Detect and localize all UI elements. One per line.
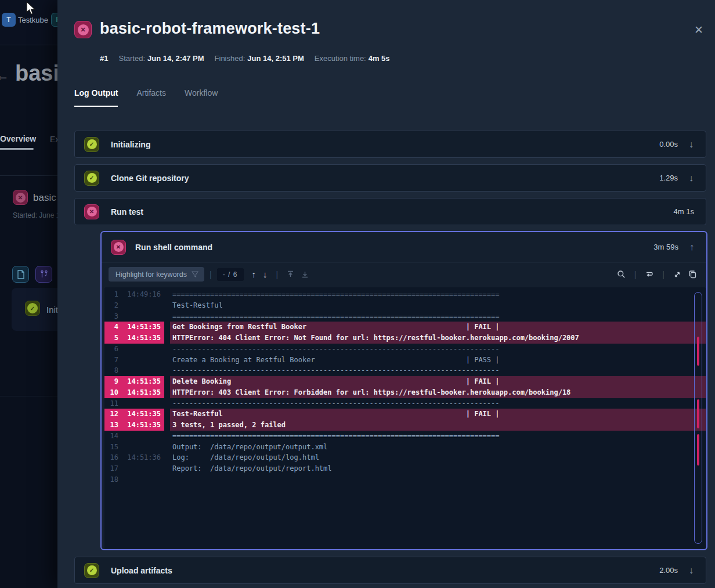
log-line: 18	[104, 474, 706, 485]
chevron-down-icon[interactable]: ↓	[686, 565, 696, 576]
cross-icon: ✕	[78, 24, 89, 35]
log-gutter: 914:51:35	[104, 376, 164, 387]
log-scrollbar[interactable]	[694, 292, 702, 544]
log-gutter: 8	[104, 365, 164, 376]
log-line: 114:49:16===============================…	[104, 289, 706, 300]
line-timestamp: 14:51:35	[118, 376, 164, 387]
line-number: 2	[104, 300, 118, 311]
tab-artifacts[interactable]: Artifacts	[136, 88, 166, 107]
line-content: Delete Booking | FAIL |	[170, 376, 706, 387]
error-position-marker	[697, 399, 699, 428]
close-icon[interactable]: ✕	[692, 23, 706, 37]
step-upload-artifacts[interactable]: ✓ Upload artifacts 2.00s ↓	[74, 557, 706, 584]
background-tab-overview[interactable]: Overview	[0, 134, 36, 143]
search-match-counter: - / 6	[217, 268, 244, 281]
step-label: Run test	[111, 207, 674, 217]
background-tab-underline	[0, 148, 34, 150]
line-number: 10	[104, 387, 118, 398]
line-content: Get Bookings from Restful Booker | FAIL …	[170, 322, 706, 333]
step-label: Upload artifacts	[111, 566, 659, 575]
testkube-logo-icon[interactable]: T	[2, 13, 16, 27]
background-app: T Testkube F ← basic Overview Ex ✕ basic…	[0, 0, 57, 588]
line-content: HTTPError: 404 Client Error: Not Found f…	[170, 333, 706, 344]
line-content: Test-Restful	[164, 300, 706, 311]
line-content: ========================================…	[164, 431, 706, 442]
line-timestamp	[118, 398, 164, 409]
execution-failed-icon: ✕	[74, 21, 92, 38]
scroll-to-bottom-button[interactable]	[298, 269, 312, 279]
background-tab-executions[interactable]: Ex	[50, 135, 57, 144]
log-gutter: 3	[104, 311, 164, 322]
line-timestamp	[118, 442, 164, 453]
next-match-button[interactable]: ↓	[259, 268, 271, 280]
arrow-to-top-icon	[287, 270, 294, 278]
check-icon: ✓	[27, 303, 38, 313]
line-content: Report: /data/repo/output/report.html	[164, 463, 706, 474]
execution-meta: #1 Started:Jun 14, 2:47 PM Finished:Jun …	[100, 54, 390, 63]
search-button[interactable]	[613, 269, 629, 280]
previous-match-button[interactable]: ↑	[248, 268, 260, 280]
file-icon	[17, 270, 25, 279]
log-line: 15Output: /data/repo/output/output.xml	[104, 442, 706, 453]
log-gutter: 7	[104, 355, 164, 366]
back-arrow-icon[interactable]: ←	[0, 67, 9, 84]
highlight-keywords-select[interactable]: Highlight for keywords	[109, 267, 204, 282]
error-position-marker	[697, 337, 699, 366]
word-wrap-icon	[645, 270, 653, 278]
cross-icon: ✕	[87, 207, 97, 217]
line-timestamp: 14:51:36	[118, 452, 164, 463]
line-content: HTTPError: 403 Client Error: Forbidden f…	[170, 387, 706, 398]
divider: |	[662, 270, 665, 279]
log-gutter: 1614:51:36	[104, 452, 164, 463]
step-duration: 4m 1s	[674, 207, 694, 216]
line-timestamp: 14:51:35	[118, 420, 164, 431]
log-line: 11--------------------------------------…	[104, 398, 706, 409]
log-gutter: 18	[104, 474, 164, 485]
log-output-area: 114:49:16===============================…	[104, 287, 706, 549]
log-gutter: 14	[104, 431, 164, 442]
tab-log-output[interactable]: Log Output	[74, 88, 118, 107]
execution-number: #1	[100, 54, 108, 63]
run-shell-command-header[interactable]: ✕ Run shell command 3m 59s ↑	[102, 232, 706, 262]
line-number: 13	[104, 420, 118, 431]
line-content: Output: /data/repo/output/output.xml	[164, 442, 706, 453]
passed-status-icon: ✓	[84, 137, 99, 152]
tab-workflow[interactable]: Workflow	[185, 88, 218, 107]
line-timestamp	[118, 431, 164, 442]
chevron-up-icon[interactable]: ↑	[687, 242, 697, 252]
line-number: 15	[104, 442, 118, 453]
secondary-logo-icon[interactable]: F	[51, 13, 57, 27]
divider	[0, 175, 57, 176]
log-gutter: 11	[104, 398, 164, 409]
check-icon: ✓	[87, 139, 97, 149]
filter-icon	[192, 271, 198, 277]
line-timestamp	[118, 355, 164, 366]
drawer-title: basic-robot-framework-test-1	[100, 20, 320, 38]
expand-button[interactable]	[670, 269, 685, 280]
step-run-test[interactable]: ✕ Run test 4m 1s	[74, 198, 706, 225]
line-timestamp	[118, 300, 164, 311]
step-clone-git-repository[interactable]: ✓ Clone Git repository 1.29s ↓	[74, 164, 706, 192]
chevron-down-icon[interactable]: ↓	[686, 173, 696, 183]
background-page-title: basic	[15, 61, 57, 86]
divider: |	[634, 270, 637, 279]
chevron-down-icon[interactable]: ↓	[686, 139, 696, 150]
line-number: 4	[104, 322, 118, 333]
line-timestamp: 14:49:16	[118, 289, 164, 300]
step-initializing[interactable]: ✓ Initializing 0.00s ↓	[74, 131, 706, 158]
passed-status-icon: ✓	[84, 171, 99, 186]
step-duration: 1.29s	[659, 174, 678, 182]
word-wrap-button[interactable]	[641, 269, 657, 279]
file-button[interactable]	[12, 266, 29, 283]
copy-button[interactable]	[685, 269, 700, 280]
git-button[interactable]	[35, 266, 52, 283]
scroll-to-top-button[interactable]	[283, 269, 298, 279]
log-gutter: 414:51:35	[104, 322, 164, 333]
line-number: 6	[104, 344, 118, 355]
failed-status-icon: ✕	[111, 240, 126, 255]
finished-meta: Finished:Jun 14, 2:51 PM	[215, 54, 304, 63]
log-gutter: 6	[104, 344, 164, 355]
background-execution-subtitle: Started: June 1	[13, 211, 57, 219]
line-number: 1	[104, 289, 118, 300]
run-shell-command-panel: ✕ Run shell command 3m 59s ↑ Highlight f…	[100, 231, 707, 550]
